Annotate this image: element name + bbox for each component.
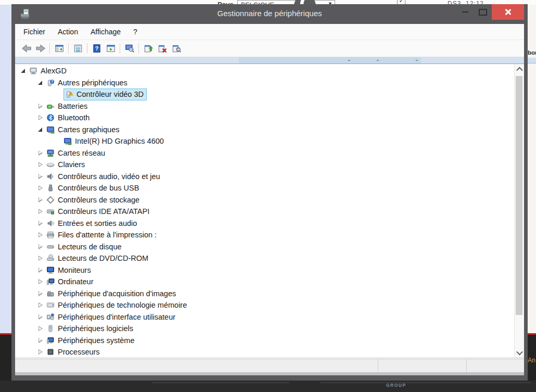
close-button[interactable]	[492, 4, 524, 20]
tree-item[interactable]: Entrées et sorties audio	[15, 218, 515, 230]
minimize-icon	[462, 11, 468, 12]
menu-fichier[interactable]: Fichier	[23, 28, 45, 36]
warning-device-icon: !	[65, 90, 73, 98]
tree-item[interactable]: Cartes réseau	[15, 147, 515, 159]
toolbar-separator	[120, 43, 120, 54]
expand-glyph[interactable]	[36, 125, 45, 134]
show-action-pane-icon	[106, 44, 116, 53]
expand-glyph[interactable]	[36, 324, 45, 333]
menu-action[interactable]: Action	[58, 28, 78, 36]
tree-item[interactable]: Périphériques de technologie mémoire	[15, 299, 515, 311]
tree-item-label: Périphériques logiciels	[58, 324, 133, 333]
tree-item-label: Cartes réseau	[58, 149, 105, 157]
expand-glyph[interactable]	[36, 160, 45, 169]
tree-item[interactable]: Lecteurs de disque	[15, 241, 515, 253]
expand-glyph[interactable]	[36, 172, 45, 181]
expand-glyph[interactable]	[36, 79, 45, 87]
show-console-tree-button[interactable]	[52, 42, 66, 55]
properties-button[interactable]	[71, 42, 85, 55]
tree-item[interactable]: Périphérique d'acquisition d'images	[15, 288, 515, 300]
scrollbar-thumb[interactable]	[516, 76, 522, 315]
forward-button[interactable]	[33, 42, 47, 55]
selected-item-highlight[interactable]: !Contrôleur vidéo 3D	[63, 88, 147, 100]
menu-help[interactable]: ?	[133, 28, 137, 36]
expand-glyph[interactable]	[36, 313, 45, 321]
expand-glyph[interactable]	[36, 301, 45, 309]
background-cropped-text: bon	[528, 49, 536, 56]
tree-item[interactable]: Contrôleurs audio, vidéo et jeu	[15, 171, 515, 183]
vertical-scrollbar[interactable]	[514, 64, 524, 358]
tree-item[interactable]: Batteries	[15, 100, 515, 112]
expand-glyph[interactable]	[36, 336, 45, 345]
expand-glyph[interactable]	[19, 67, 28, 75]
tree-item-label: Contrôleurs de bus USB	[58, 184, 139, 192]
horizontal-strip	[15, 57, 524, 64]
tree-item-label: Périphériques système	[58, 336, 135, 345]
tree-item-label: Lecteurs de DVD/CD-ROM	[58, 254, 148, 262]
expand-glyph[interactable]	[36, 196, 45, 204]
footer-group-text: GROUP	[386, 383, 406, 388]
tree-item[interactable]: Lecteurs de DVD/CD-ROM	[15, 252, 515, 264]
tree-item[interactable]: Claviers	[15, 159, 515, 171]
device-tree: AlexGD?Autres périphériques!Contrôleur v…	[15, 65, 515, 358]
minimize-button[interactable]	[456, 4, 474, 20]
tree-item[interactable]: Contrôleurs de stockage	[15, 194, 515, 206]
imaging-device-icon	[46, 289, 55, 298]
scroll-down-button[interactable]	[515, 348, 524, 357]
strip-dot	[348, 60, 350, 61]
expand-glyph[interactable]	[36, 277, 45, 286]
tree-item[interactable]: Files d'attente à l'impression :	[15, 229, 515, 241]
svg-text:?: ?	[51, 80, 53, 83]
expand-glyph[interactable]	[36, 289, 45, 298]
show-action-pane-button[interactable]	[104, 42, 118, 55]
tree-item[interactable]: Bluetooth	[15, 112, 515, 124]
tree-item[interactable]: Périphériques logiciels	[15, 323, 515, 335]
expand-glyph[interactable]	[36, 102, 45, 110]
background-blue-strip	[527, 58, 536, 64]
tree-item[interactable]: Cartes graphiques	[15, 124, 515, 136]
expand-glyph[interactable]	[36, 231, 45, 239]
expand-glyph[interactable]	[36, 184, 45, 192]
chevron-down-icon	[516, 348, 523, 355]
expand-glyph[interactable]	[36, 254, 45, 262]
tree-item[interactable]: Contrôleurs IDE ATA/ATAPI	[15, 206, 515, 218]
expand-glyph[interactable]	[36, 219, 45, 227]
tree-item[interactable]: Périphériques système	[15, 335, 515, 347]
menu-affichage[interactable]: Affichage	[91, 28, 121, 36]
expand-glyph[interactable]	[36, 266, 45, 274]
tree-item[interactable]: Moniteurs	[15, 264, 515, 276]
tree-item[interactable]: Ordinateur	[15, 276, 515, 288]
tree-item[interactable]: ?Autres périphériques	[15, 77, 515, 89]
expand-glyph[interactable]	[36, 207, 45, 216]
tree-item[interactable]: AlexGD	[15, 65, 515, 77]
expand-glyph[interactable]	[36, 348, 45, 356]
tree-item-label: Files d'attente à l'impression :	[58, 231, 157, 239]
status-divider	[466, 360, 467, 372]
tree-item-label: Intel(R) HD Graphics 4600	[75, 137, 164, 145]
expand-glyph[interactable]	[36, 243, 45, 251]
scroll-up-button[interactable]	[515, 65, 524, 73]
help-button[interactable]: ?	[90, 42, 104, 55]
update-driver-button[interactable]	[141, 42, 155, 55]
tree-item-label: Contrôleurs de stockage	[58, 196, 139, 204]
tree-item-label: Entrées et sorties audio	[58, 219, 137, 227]
scan-computer-button[interactable]	[122, 42, 136, 55]
display-adapter-icon	[46, 125, 55, 134]
screen: Pays BELGIQUE▼ ✓ DS3 12:12 bon An GROUP …	[0, 0, 536, 392]
expand-glyph[interactable]	[36, 149, 45, 157]
uninstall-device-button[interactable]	[155, 42, 169, 55]
toolbar-separator	[68, 43, 69, 54]
tree-item[interactable]: Périphériques d'interface utilisateur	[15, 311, 515, 323]
disk-drive-icon	[46, 243, 55, 251]
scan-hardware-changes-icon	[172, 44, 181, 53]
titlebar[interactable]: Gestionnaire de périphériques	[11, 4, 528, 24]
tree-item[interactable]: Intel(R) HD Graphics 4600	[15, 135, 515, 147]
back-button[interactable]	[19, 42, 33, 55]
tree-item[interactable]: Contrôleurs de bus USB	[15, 182, 515, 194]
software-device-icon	[46, 324, 55, 333]
scan-hardware-changes-button[interactable]	[169, 42, 183, 55]
tree-item[interactable]: !Contrôleur vidéo 3D	[15, 88, 515, 100]
tree-item[interactable]: Processeurs	[15, 346, 515, 358]
expand-glyph[interactable]	[36, 113, 45, 122]
maximize-button[interactable]	[474, 4, 492, 20]
